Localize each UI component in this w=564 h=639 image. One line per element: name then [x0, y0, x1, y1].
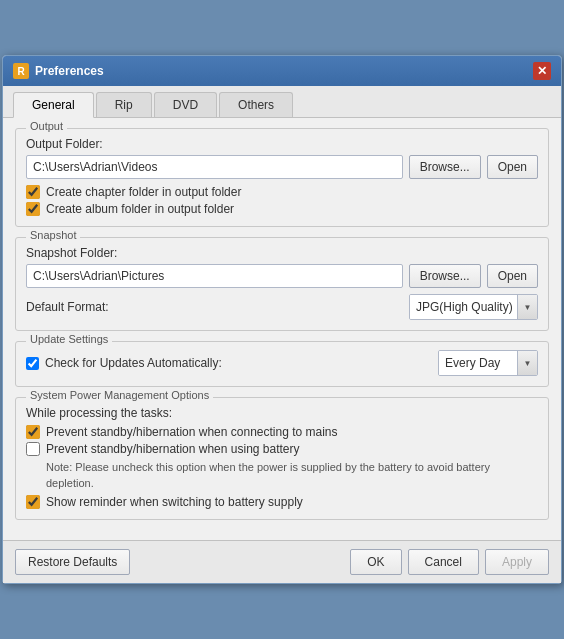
restore-defaults-button[interactable]: Restore Defaults: [15, 549, 130, 575]
update-frequency-select-wrapper: Every Day Every Week Every Month Never ▼: [438, 350, 538, 376]
snapshot-folder-label: Snapshot Folder:: [26, 246, 538, 260]
preferences-window: R Preferences ✕ General Rip DVD Others O…: [2, 55, 562, 584]
snapshot-section: Snapshot Snapshot Folder: Browse... Open…: [15, 237, 549, 331]
output-section-label: Output: [26, 120, 67, 132]
tab-general[interactable]: General: [13, 92, 94, 118]
power-sub-label: While processing the tasks:: [26, 406, 538, 420]
auto-update-label: Check for Updates Automatically:: [45, 356, 432, 370]
tab-rip[interactable]: Rip: [96, 92, 152, 117]
output-chapter-checkbox[interactable]: [26, 185, 40, 199]
power-checkbox3-row: Show reminder when switching to battery …: [26, 495, 538, 509]
update-row: Check for Updates Automatically: Every D…: [26, 350, 538, 376]
snapshot-folder-row: Browse... Open: [26, 264, 538, 288]
power-mains-label: Prevent standby/hibernation when connect…: [46, 425, 338, 439]
power-checkbox2-row: Prevent standby/hibernation when using b…: [26, 442, 538, 456]
output-section: Output Output Folder: Browse... Open Cre…: [15, 128, 549, 227]
output-folder-label: Output Folder:: [26, 137, 538, 151]
app-icon: R: [13, 63, 29, 79]
titlebar-left: R Preferences: [13, 63, 104, 79]
output-checkbox1-row: Create chapter folder in output folder: [26, 185, 538, 199]
apply-button[interactable]: Apply: [485, 549, 549, 575]
snapshot-folder-input[interactable]: [26, 264, 403, 288]
power-mains-checkbox[interactable]: [26, 425, 40, 439]
output-browse-button[interactable]: Browse...: [409, 155, 481, 179]
titlebar: R Preferences ✕: [3, 56, 561, 86]
dialog-buttons: OK Cancel Apply: [350, 549, 549, 575]
snapshot-browse-button[interactable]: Browse...: [409, 264, 481, 288]
power-note: Note: Please uncheck this option when th…: [46, 460, 538, 491]
output-album-label: Create album folder in output folder: [46, 202, 234, 216]
tabs-bar: General Rip DVD Others: [3, 86, 561, 118]
output-chapter-label: Create chapter folder in output folder: [46, 185, 241, 199]
output-folder-input[interactable]: [26, 155, 403, 179]
output-album-checkbox[interactable]: [26, 202, 40, 216]
snapshot-open-button[interactable]: Open: [487, 264, 538, 288]
power-section-label: System Power Management Options: [26, 389, 213, 401]
power-battery-checkbox[interactable]: [26, 442, 40, 456]
update-frequency-select[interactable]: Every Day Every Week Every Month Never: [439, 351, 517, 375]
tab-others[interactable]: Others: [219, 92, 293, 117]
snapshot-format-label: Default Format:: [26, 300, 409, 314]
close-button[interactable]: ✕: [533, 62, 551, 80]
power-reminder-checkbox[interactable]: [26, 495, 40, 509]
output-folder-row: Browse... Open: [26, 155, 538, 179]
snapshot-section-label: Snapshot: [26, 229, 80, 241]
window-title: Preferences: [35, 64, 104, 78]
snapshot-format-select-wrapper: JPG(High Quality) PNG BMP ▼: [409, 294, 538, 320]
update-section: Update Settings Check for Updates Automa…: [15, 341, 549, 387]
ok-button[interactable]: OK: [350, 549, 401, 575]
snapshot-format-dropdown-arrow[interactable]: ▼: [517, 295, 537, 319]
tab-dvd[interactable]: DVD: [154, 92, 217, 117]
power-section: System Power Management Options While pr…: [15, 397, 549, 520]
cancel-button[interactable]: Cancel: [408, 549, 479, 575]
power-reminder-label: Show reminder when switching to battery …: [46, 495, 303, 509]
update-section-label: Update Settings: [26, 333, 112, 345]
output-open-button[interactable]: Open: [487, 155, 538, 179]
bottom-bar: Restore Defaults OK Cancel Apply: [3, 540, 561, 583]
update-frequency-dropdown-arrow[interactable]: ▼: [517, 351, 537, 375]
snapshot-format-select[interactable]: JPG(High Quality) PNG BMP: [410, 295, 517, 319]
output-checkbox2-row: Create album folder in output folder: [26, 202, 538, 216]
tab-content: Output Output Folder: Browse... Open Cre…: [3, 118, 561, 540]
power-battery-label: Prevent standby/hibernation when using b…: [46, 442, 300, 456]
auto-update-checkbox[interactable]: [26, 357, 39, 370]
snapshot-format-row: Default Format: JPG(High Quality) PNG BM…: [26, 294, 538, 320]
power-checkbox1-row: Prevent standby/hibernation when connect…: [26, 425, 538, 439]
